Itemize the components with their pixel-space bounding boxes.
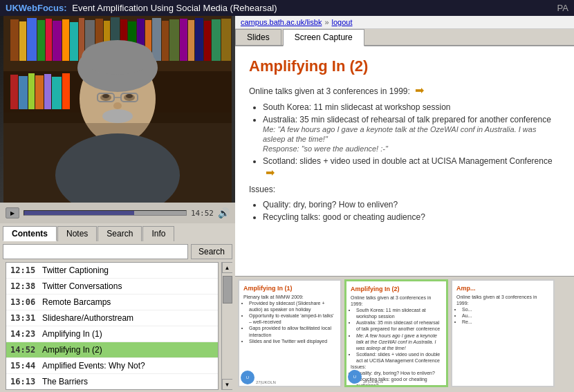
logout-link[interactable]: logout <box>332 18 353 26</box>
svg-rect-23 <box>180 19 187 61</box>
content-time: 14:52 <box>10 345 38 355</box>
video-controls: ▶ 14:52 🔊 <box>0 203 235 223</box>
content-title: Amplified Events: Why Not? <box>42 361 145 371</box>
svg-point-38 <box>82 40 154 75</box>
slide-large: Amplifying In (2) Online talks given at … <box>235 46 574 276</box>
svg-rect-28 <box>221 19 231 61</box>
separator: » <box>324 18 328 26</box>
svg-rect-3 <box>10 19 19 61</box>
tab-info[interactable]: Info <box>142 226 174 241</box>
content-item-1544[interactable]: 15:44Amplified Events: Why Not? <box>6 358 218 374</box>
thumb-logo-2: U <box>348 370 362 384</box>
thumb-logo-1: U <box>241 371 254 384</box>
content-time: 12:38 <box>10 281 38 291</box>
scroll-up-arrow[interactable]: ▲ <box>222 262 233 273</box>
bullet-korea: South Korea: 11 min slidecast at worksho… <box>263 102 560 112</box>
thumb-number-1: 27|UKOLN <box>256 380 276 384</box>
content-time: 13:31 <box>10 313 38 323</box>
svg-point-47 <box>102 109 133 123</box>
search-button[interactable]: Search <box>191 244 232 259</box>
svg-rect-5 <box>27 18 37 61</box>
video-placeholder <box>0 16 235 203</box>
svg-rect-20 <box>152 18 161 61</box>
video-frame <box>3 16 232 203</box>
progress-fill <box>24 211 134 215</box>
tab-search[interactable]: Search <box>98 226 142 241</box>
thumb-strip: Amplifying In (1) Plenary talk at IWMW 2… <box>235 276 574 390</box>
svg-rect-22 <box>169 19 179 61</box>
thumb-list-1: Provided by slidecast (Slideshare + audi… <box>249 300 336 344</box>
tab-notes[interactable]: Notes <box>57 226 97 241</box>
svg-rect-31 <box>28 73 35 109</box>
volume-icon[interactable]: 🔊 <box>218 207 230 218</box>
left-panel: ▶ 14:52 🔊 Contents Notes Search Info Sea… <box>0 16 235 390</box>
svg-rect-9 <box>62 19 69 61</box>
content-item-1331[interactable]: 13:31Slideshare/Authorstream <box>6 310 218 326</box>
thumb-text-1: Plenary talk at IWMW 2009: <box>243 294 336 300</box>
svg-rect-24 <box>188 20 194 61</box>
video-area: ▶ 14:52 🔊 <box>0 16 235 223</box>
content-time: 14:23 <box>10 329 38 339</box>
scroll-down-arrow[interactable]: ▼ <box>222 379 233 390</box>
content-title: Amplifying In (2) <box>42 345 102 355</box>
content-item-1306[interactable]: 13:06Remote Barcamps <box>6 295 218 310</box>
tabs-area: Contents Notes Search Info <box>0 223 235 241</box>
bullet-scotland: Scotland: slides + video used in double … <box>263 156 560 179</box>
top-bar: campus.bath.ac.uk/lisbk » logout <box>235 16 574 29</box>
content-item-1423[interactable]: 14:23Amplifying In (1) <box>6 326 218 342</box>
svg-rect-30 <box>19 76 28 109</box>
scroll-thumb[interactable] <box>223 276 232 304</box>
svg-rect-27 <box>212 19 221 61</box>
content-time: 15:44 <box>10 361 38 371</box>
thumbnail-2[interactable]: Amplifying In (2) Online talks given at … <box>344 279 448 387</box>
svg-rect-21 <box>162 21 169 61</box>
right-tab-slides[interactable]: Slides <box>235 29 281 45</box>
content-time: 13:06 <box>10 297 38 307</box>
thumb-list-2: South Korea: 11 min slidecast at worksho… <box>356 307 442 364</box>
thumb-title-3: Amp... <box>456 285 549 292</box>
issues-label: Issues: <box>249 185 560 194</box>
thumbnail-1[interactable]: Amplifying In (1) Plenary talk at IWMW 2… <box>238 279 342 387</box>
thumb-number-2: 27|UKOLN <box>363 380 383 384</box>
window-title: Event Amplification Using Social Media (… <box>72 3 277 13</box>
right-panel: campus.bath.ac.uk/lisbk » logout Slides … <box>235 16 574 390</box>
content-title: Amplifying In (1) <box>42 329 102 339</box>
thumb-inner-3: Amp... Online talks given at 3 conferenc… <box>452 281 553 386</box>
contents-scroll-area: 12:15Twitter Captioning12:38Twitter Conv… <box>3 262 232 390</box>
content-title: Slideshare/Authorstream <box>42 313 133 323</box>
right-tabs-bar: Slides Screen Capture <box>235 29 574 46</box>
right-tab-screen-capture[interactable]: Screen Capture <box>283 29 364 46</box>
content-item-1215[interactable]: 12:15Twitter Captioning <box>6 263 218 279</box>
content-title: Twitter Captioning <box>42 265 109 275</box>
thumbnail-3[interactable]: Amp... Online talks given at 3 conferenc… <box>451 279 555 387</box>
scroll-track: ▲ ▼ <box>221 262 232 390</box>
svg-rect-33 <box>44 74 51 109</box>
content-item-1238[interactable]: 12:38Twitter Conversations <box>6 279 218 295</box>
slide-intro: Online talks given at 3 conferences in 1… <box>249 86 410 96</box>
svg-point-41 <box>102 94 109 98</box>
search-input[interactable] <box>3 244 188 259</box>
content-item-1452[interactable]: 14:52Amplifying In (2) <box>6 342 218 358</box>
play-button[interactable]: ▶ <box>6 207 19 218</box>
issue-2: Recycling talks: good or cheating audien… <box>263 212 560 222</box>
thumb-inner-2: Amplifying In (2) Online talks given at … <box>346 281 446 385</box>
svg-rect-29 <box>10 75 18 109</box>
content-time: 16:13 <box>10 377 38 386</box>
svg-rect-6 <box>37 20 45 61</box>
issues-bullets: Quality: dry, boring? How to enliven? Re… <box>263 200 560 222</box>
search-row: Search <box>0 241 235 262</box>
content-item-1613[interactable]: 16:13The Barriers <box>6 374 218 390</box>
slide-main: Amplifying In (2) Online talks given at … <box>235 46 574 390</box>
main-layout: ▶ 14:52 🔊 Contents Notes Search Info Sea… <box>0 16 574 390</box>
svg-rect-49 <box>3 123 232 203</box>
issue-1: Quality: dry, boring? How to enliven? <box>263 200 560 209</box>
thumb-text-3: Online talks given at 3 conferences in 1… <box>456 294 549 306</box>
tab-contents[interactable]: Contents <box>3 226 57 241</box>
contents-list: 12:15Twitter Captioning12:38Twitter Conv… <box>6 262 219 390</box>
progress-bar[interactable] <box>24 210 187 216</box>
time-display: 14:52 <box>191 209 214 218</box>
bullet-australia: Australia: 35 min slidecast of rehearsal… <box>263 115 560 153</box>
slide-title: Amplifying In (2) <box>249 57 560 75</box>
campus-link[interactable]: campus.bath.ac.uk/lisbk <box>241 18 322 26</box>
thumb-issues-label: Issues: <box>351 364 442 370</box>
